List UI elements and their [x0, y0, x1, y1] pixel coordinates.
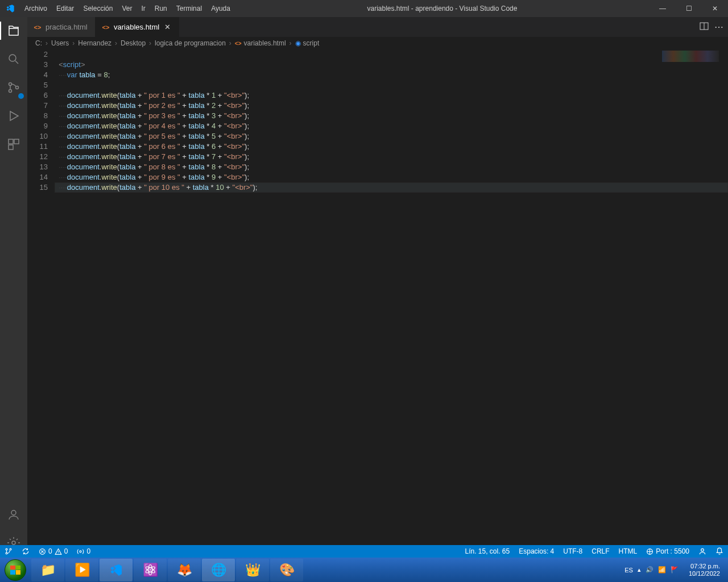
- bc-seg[interactable]: logica de programacion: [155, 39, 226, 47]
- menu-terminal[interactable]: Terminal: [172, 0, 206, 17]
- menu-bar: Archivo Editar Selección Ver Ir Run Term…: [20, 0, 235, 17]
- taskbar-app1[interactable]: 👑: [236, 559, 269, 581]
- svg-point-1: [9, 83, 12, 86]
- menu-run[interactable]: Run: [150, 0, 172, 17]
- accounts-icon[interactable]: [0, 505, 27, 523]
- window-title: variables.html - aprendiendo - Visual St…: [235, 5, 650, 13]
- svg-rect-4: [9, 139, 13, 144]
- code-editor[interactable]: 23456789101112131415 <script> ····var ta…: [27, 49, 728, 558]
- indent-status[interactable]: Espacios: 4: [514, 545, 559, 558]
- svg-point-16: [701, 548, 704, 551]
- symbol-icon: ◉: [295, 39, 301, 47]
- close-tab-icon[interactable]: ✕: [163, 23, 172, 31]
- start-button[interactable]: [0, 558, 31, 582]
- tab-label: variables.html: [114, 23, 159, 31]
- html-file-icon: <>: [33, 23, 42, 32]
- svg-rect-6: [9, 145, 13, 149]
- activity-bar: 1: [0, 17, 27, 558]
- eol-status[interactable]: CRLF: [587, 545, 614, 558]
- svg-point-10: [6, 548, 7, 550]
- editor-tabs: <> practica.html <> variables.html ✕ ⋯: [27, 17, 728, 37]
- extensions-icon[interactable]: [0, 135, 27, 153]
- svg-point-7: [11, 510, 16, 515]
- bc-file[interactable]: variables.html: [244, 39, 286, 47]
- svg-point-8: [12, 541, 15, 544]
- menu-editar[interactable]: Editar: [52, 0, 78, 17]
- feedback-icon[interactable]: [694, 545, 711, 558]
- bc-seg[interactable]: Hernandez: [78, 39, 111, 47]
- system-tray: ES ▴ 🔊 📶 🚩 07:32 p.m. 10/12/2022: [624, 563, 728, 577]
- tray-volume-icon[interactable]: 🔊: [646, 566, 653, 573]
- explorer-icon[interactable]: [0, 22, 27, 40]
- search-icon[interactable]: [0, 50, 27, 68]
- more-actions-icon[interactable]: ⋯: [714, 22, 723, 32]
- svg-rect-5: [14, 139, 19, 144]
- tray-chevron-icon[interactable]: ▴: [638, 566, 641, 573]
- radio-status[interactable]: 0: [72, 545, 95, 558]
- code-content[interactable]: <script> ····var tabla = 8; ····document…: [55, 49, 728, 193]
- taskbar-firefox[interactable]: 🦊: [168, 559, 201, 581]
- vscode-logo-icon: [0, 4, 20, 13]
- tab-variables[interactable]: <> variables.html ✕: [96, 17, 179, 37]
- menu-ver[interactable]: Ver: [117, 0, 136, 17]
- taskbar-app2[interactable]: 🎨: [270, 559, 303, 581]
- line-numbers: 23456789101112131415: [27, 49, 55, 193]
- cursor-position[interactable]: Lín. 15, col. 65: [460, 545, 514, 558]
- taskbar-chrome[interactable]: 🌐: [202, 559, 235, 581]
- minimize-button[interactable]: ―: [650, 0, 676, 17]
- bc-seg[interactable]: C:: [35, 39, 42, 47]
- svg-point-2: [9, 90, 12, 93]
- taskbar-media[interactable]: ▶️: [65, 559, 98, 581]
- svg-point-11: [6, 552, 7, 554]
- close-button[interactable]: ✕: [702, 0, 728, 17]
- status-bar: 0 0 0 Lín. 15, col. 65 Espacios: 4 UTF-8…: [0, 545, 728, 558]
- problems-status[interactable]: 0 0: [34, 545, 72, 558]
- svg-point-12: [10, 548, 11, 550]
- title-bar: Archivo Editar Selección Ver Ir Run Term…: [0, 0, 728, 17]
- svg-point-0: [9, 55, 16, 61]
- bc-symbol[interactable]: script: [303, 39, 320, 47]
- taskbar-atom[interactable]: ⚛️: [134, 559, 167, 581]
- bc-seg[interactable]: Desktop: [121, 39, 146, 47]
- tray-network-icon[interactable]: 📶: [658, 566, 666, 573]
- tray-clock[interactable]: 07:32 p.m. 10/12/2022: [683, 563, 726, 577]
- menu-ir[interactable]: Ir: [136, 0, 150, 17]
- menu-ayuda[interactable]: Ayuda: [206, 0, 235, 17]
- language-status[interactable]: HTML: [614, 545, 642, 558]
- html-file-icon: <>: [235, 40, 242, 47]
- html-file-icon: <>: [101, 23, 110, 32]
- split-editor-icon[interactable]: [700, 22, 709, 33]
- taskbar-explorer[interactable]: 📁: [31, 559, 64, 581]
- source-control-icon[interactable]: [0, 78, 27, 97]
- sync-status[interactable]: [17, 545, 34, 558]
- svg-point-14: [80, 550, 81, 552]
- bc-seg[interactable]: Users: [51, 39, 69, 47]
- menu-archivo[interactable]: Archivo: [20, 0, 52, 17]
- maximize-button[interactable]: ☐: [676, 0, 702, 17]
- tab-label: practica.html: [46, 23, 88, 31]
- tab-practica[interactable]: <> practica.html: [27, 17, 96, 37]
- tray-flag-icon[interactable]: 🚩: [671, 566, 679, 573]
- windows-taskbar: 📁 ▶️ ⚛️ 🦊 🌐 👑 🎨 ES ▴ 🔊 📶 🚩 07:32 p.m. 10…: [0, 558, 728, 582]
- menu-seleccion[interactable]: Selección: [78, 0, 117, 17]
- encoding-status[interactable]: UTF-8: [559, 545, 587, 558]
- branch-status[interactable]: [0, 545, 17, 558]
- liveserver-status[interactable]: Port : 5500: [642, 545, 694, 558]
- svg-point-3: [16, 86, 19, 89]
- taskbar-vscode[interactable]: [100, 559, 133, 581]
- run-debug-icon[interactable]: [0, 107, 27, 125]
- breadcrumbs[interactable]: C:› Users› Hernandez› Desktop› logica de…: [27, 37, 728, 49]
- notifications-icon[interactable]: [711, 545, 728, 558]
- tray-lang[interactable]: ES: [624, 567, 633, 573]
